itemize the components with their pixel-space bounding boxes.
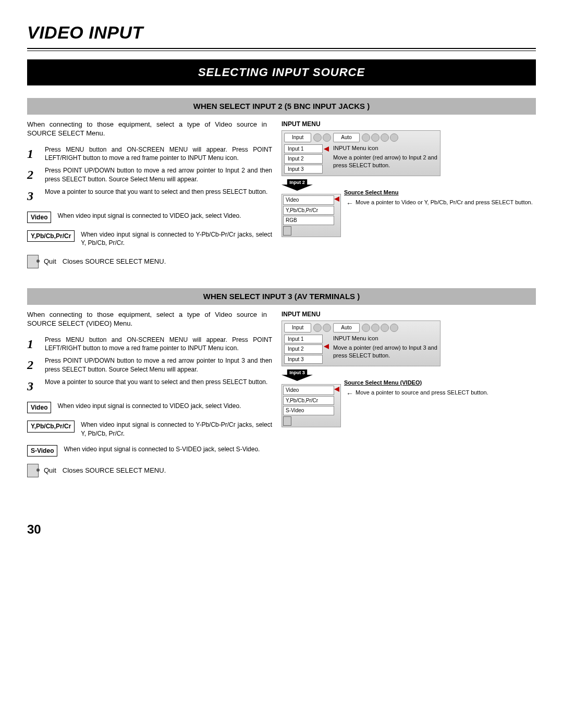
src-item: Y,Pb/Cb,Pr/Cr [283, 396, 334, 405]
menu-icon [381, 133, 389, 142]
step-text: Move a pointer to source that you want t… [45, 188, 272, 196]
intro-text: When connecting to those equipment, sele… [27, 120, 267, 138]
menu-icon [313, 324, 322, 332]
option-video-desc: When video input signal is connected to … [57, 212, 272, 220]
input-menu-title: INPUT MENU [282, 310, 536, 318]
source-menu-title: Source Select Menu (VIDEO) [344, 379, 536, 387]
exit-icon [283, 416, 291, 426]
option-svideo-desc: When video input signal is connected to … [64, 445, 272, 453]
option-ypb-desc: When video input signal is connected to … [81, 230, 272, 247]
red-arrow-icon [334, 387, 339, 392]
option-ypb-label: Y,Pb/Cb,Pr/Cr [27, 421, 75, 432]
menu-auto-btn: Auto [333, 133, 360, 142]
quit-icon [27, 464, 39, 477]
intro-text: When connecting to those equipment, sele… [27, 310, 267, 328]
input-item: Input 3 [284, 355, 323, 364]
page-number: 30 [27, 521, 536, 538]
input-menu-title: INPUT MENU [282, 120, 536, 128]
step-num: 1 [27, 336, 45, 352]
menu-icon [371, 324, 380, 332]
rule-heavy [27, 48, 536, 49]
pointer-arrow-icon: ← [346, 199, 353, 208]
input-menu-screenshot: Input Auto Input 1 Input 2 Input 3 INPUT… [282, 320, 440, 366]
down-arrow-icon: Input 2 [282, 179, 313, 191]
source-menu-title: Source Select Menu [344, 189, 536, 196]
step-num: 3 [27, 378, 45, 394]
source-note: Move a pointer to source and press SELEC… [356, 389, 488, 397]
menu-input-btn: Input [284, 323, 311, 332]
subhead-input2: WHEN SELECT INPUT 2 (5 BNC INPUT JACKS ) [27, 98, 536, 115]
note-text: INPUT Menu icon [333, 144, 438, 152]
option-quit-label: Quit [44, 466, 56, 475]
step-text: Move a pointer to source that you want t… [45, 378, 272, 386]
subhead-input3: WHEN SELECT INPUT 3 (AV TERMINALS ) [27, 288, 536, 305]
menu-icon [323, 133, 331, 142]
red-arrow-icon [334, 196, 339, 202]
option-video-desc: When video input signal is connected to … [57, 402, 272, 410]
input-menu-screenshot: Input Auto Input 1 Input 2 Input 3 INPUT… [282, 130, 440, 176]
step-text: Press MENU button and ON-SCREEN MENU wil… [45, 145, 272, 162]
option-quit-desc: Closes SOURCE SELECT MENU. [63, 466, 166, 475]
src-item: S-Video [283, 406, 334, 415]
exit-icon [283, 226, 291, 236]
src-item: Video [283, 195, 334, 205]
red-arrow-icon [324, 344, 329, 349]
input-item: Input 2 [284, 154, 323, 164]
option-quit-desc: Closes SOURCE SELECT MENU. [63, 257, 166, 266]
menu-icon [313, 133, 322, 142]
input-item: Input 2 [284, 344, 323, 354]
note-text: INPUT Menu icon [333, 335, 438, 342]
section-banner: SELECTING INPUT SOURCE [27, 59, 536, 85]
step-num: 3 [27, 188, 45, 204]
note-text: Move a pointer (red arrow) to Input 2 an… [333, 154, 438, 169]
source-select-screenshot: Video Y,Pb/Cb,Pr/Cr S-Video [282, 384, 341, 427]
menu-icon [390, 133, 398, 142]
menu-icon [362, 133, 370, 142]
red-arrow-icon [324, 146, 329, 152]
quit-icon [27, 255, 39, 268]
option-video-label: Video [27, 402, 51, 413]
src-item: Video [283, 386, 334, 395]
option-video-label: Video [27, 212, 51, 223]
menu-icon [362, 324, 370, 332]
step-text: Press POINT UP/DOWN button to move a red… [45, 166, 272, 183]
source-select-screenshot: Video Y,Pb/Cb,Pr/Cr RGB [282, 194, 341, 237]
page-title: VIDEO INPUT [27, 21, 536, 45]
input-item: Input 1 [284, 144, 323, 154]
option-ypb-label: Y,Pb/Cb,Pr/Cr [27, 230, 75, 242]
step-num: 2 [27, 166, 45, 183]
step-num: 2 [27, 356, 45, 373]
step-text: Press MENU button and ON-SCREEN MENU wil… [45, 336, 272, 352]
option-svideo-label: S-Video [27, 445, 57, 456]
menu-icon [371, 133, 380, 142]
rule-thin [27, 51, 536, 51]
input-item: Input 3 [284, 165, 323, 174]
menu-icon [323, 324, 331, 332]
pointer-arrow-icon: ← [346, 389, 353, 399]
option-ypb-desc: When video input signal is connected to … [81, 421, 272, 437]
down-arrow-icon: Input 3 [282, 369, 313, 381]
src-item: RGB [283, 216, 334, 225]
option-quit-label: Quit [44, 257, 56, 266]
note-text: Move a pointer (red arrow) to Input 3 an… [333, 344, 438, 360]
menu-input-btn: Input [284, 133, 311, 142]
src-item: Y,Pb/Cb,Pr/Cr [283, 206, 334, 215]
menu-icon [381, 324, 389, 332]
menu-icon [390, 324, 398, 332]
step-num: 1 [27, 145, 45, 162]
source-note: Move a pointer to Video or Y, Pb/Cb, Pr/… [356, 199, 533, 206]
input-item: Input 1 [284, 335, 323, 344]
menu-auto-btn: Auto [333, 323, 360, 332]
step-text: Press POINT UP/DOWN button to move a red… [45, 356, 272, 373]
